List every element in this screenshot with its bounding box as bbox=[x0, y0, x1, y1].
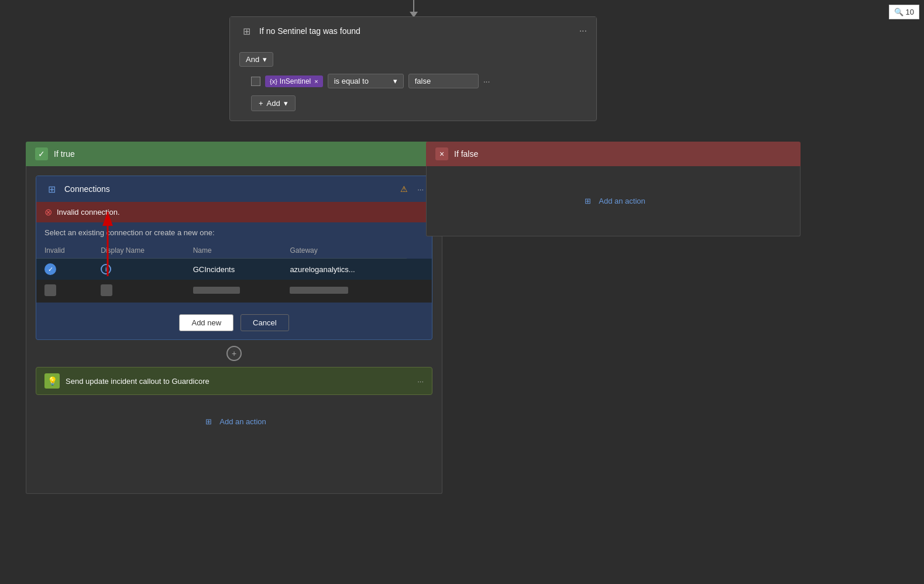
condition-checkbox[interactable] bbox=[251, 77, 260, 86]
table-row[interactable] bbox=[36, 280, 432, 303]
operator-chevron-icon: ▾ bbox=[393, 77, 397, 85]
condition-more-button[interactable]: ··· bbox=[483, 77, 490, 86]
zoom-control[interactable]: 🔍 10 bbox=[889, 5, 919, 19]
add-between-connector[interactable]: + bbox=[36, 346, 432, 361]
add-action-false-link[interactable]: ⊞ Add an action bbox=[575, 189, 651, 214]
send-update-more-button[interactable]: ··· bbox=[417, 377, 424, 386]
zoom-icon: 🔍 bbox=[894, 8, 904, 16]
add-action-false-icon: ⊞ bbox=[581, 195, 594, 208]
col-name: Name bbox=[185, 243, 282, 259]
row-invalid-cell: i bbox=[92, 259, 185, 280]
send-update-title: Send update incident callout to Guardico… bbox=[66, 377, 411, 386]
connections-warning-icon: ⚠ bbox=[400, 184, 408, 194]
operator-label: is equal to bbox=[334, 77, 369, 85]
connections-more-button[interactable]: ··· bbox=[417, 185, 424, 194]
sentinel-card-icon: ⊞ bbox=[239, 24, 253, 38]
select-connection-text: Select an existing connection or create … bbox=[36, 222, 432, 243]
col-display-name: Display Name bbox=[92, 243, 185, 259]
add-icon: + bbox=[259, 99, 263, 108]
add-action-icon: ⊞ bbox=[202, 415, 215, 428]
condition-tag-insentinel[interactable]: {x} InSentinel × bbox=[265, 75, 323, 87]
connections-title: Connections bbox=[64, 184, 394, 194]
condition-operator-dropdown[interactable]: is equal to ▾ bbox=[328, 74, 404, 88]
sentinel-condition-card: ⊞ If no Sentinel tag was found ··· And ▾… bbox=[229, 16, 597, 121]
send-update-icon: 💡 bbox=[44, 373, 60, 389]
and-dropdown[interactable]: And ▾ bbox=[239, 52, 273, 67]
add-new-button[interactable]: Add new bbox=[179, 314, 233, 331]
cancel-button[interactable]: Cancel bbox=[241, 314, 288, 331]
if-false-title: If false bbox=[454, 149, 478, 159]
row-name-cell-2 bbox=[281, 280, 407, 303]
add-condition-button[interactable]: + Add ▾ bbox=[251, 95, 296, 111]
sentinel-card-more-button[interactable]: ··· bbox=[579, 26, 587, 36]
row-invalid-cell-2 bbox=[92, 280, 185, 303]
add-chevron-icon: ▾ bbox=[284, 99, 288, 108]
info-icon: i bbox=[101, 264, 111, 274]
if-true-header: ✓ If true bbox=[26, 142, 442, 166]
error-message: Invalid connection. bbox=[57, 208, 120, 217]
if-false-icon: × bbox=[435, 147, 448, 160]
col-invalid: Invalid bbox=[36, 243, 92, 259]
add-action-false-label: Add an action bbox=[599, 197, 645, 205]
row-check-cell: ✓ bbox=[36, 259, 92, 280]
tag-close-icon[interactable]: × bbox=[314, 78, 318, 85]
connections-table: Invalid Display Name Name Gateway ✓ bbox=[36, 243, 432, 303]
connections-icon: ⊞ bbox=[44, 182, 59, 196]
row-display-name-cell-2 bbox=[185, 280, 282, 303]
if-false-body: ⊞ Add an action bbox=[426, 166, 801, 236]
if-false-header: × If false bbox=[426, 142, 801, 166]
connections-error-banner: ⊗ Invalid connection. bbox=[36, 202, 432, 222]
send-update-card: 💡 Send update incident callout to Guardi… bbox=[36, 367, 432, 395]
plus-circle-button[interactable]: + bbox=[226, 346, 242, 361]
if-true-title: If true bbox=[54, 149, 75, 159]
if-false-branch: × If false ⊞ Add an action bbox=[426, 142, 801, 236]
condition-value-input[interactable]: false bbox=[408, 74, 479, 88]
if-true-body: ⊞ Connections ⚠ ··· ⊗ Invalid connection… bbox=[26, 166, 442, 494]
row-display-name-cell: GCIncidents bbox=[185, 259, 282, 280]
add-action-true-label: Add an action bbox=[219, 417, 266, 426]
add-label: Add bbox=[267, 99, 280, 108]
and-label: And bbox=[246, 55, 259, 64]
add-action-true-link[interactable]: ⊞ Add an action bbox=[36, 409, 432, 434]
col-gateway: Gateway bbox=[281, 243, 407, 259]
tag-variable-icon: {x} bbox=[270, 78, 277, 85]
check-icon: ✓ bbox=[44, 263, 56, 275]
and-chevron-icon: ▾ bbox=[263, 55, 267, 64]
row-check-cell-2 bbox=[36, 280, 92, 303]
connections-card: ⊞ Connections ⚠ ··· ⊗ Invalid connection… bbox=[36, 176, 432, 340]
tag-label: InSentinel bbox=[280, 77, 311, 85]
error-circle-icon: ⊗ bbox=[44, 207, 52, 218]
zoom-level: 10 bbox=[906, 8, 914, 16]
sentinel-card-title: If no Sentinel tag was found bbox=[259, 26, 573, 36]
connector-arrow-top bbox=[410, 0, 418, 18]
table-row[interactable]: ✓ i GCIncidents azureloganalytics... bbox=[36, 259, 432, 280]
row-name-cell: azureloganalytics... bbox=[281, 259, 407, 280]
if-true-branch: ✓ If true ⊞ Connections ⚠ ··· ⊗ Invalid … bbox=[26, 142, 442, 494]
row-gateway-cell bbox=[407, 259, 432, 280]
if-true-icon: ✓ bbox=[35, 147, 48, 160]
row-gateway-cell-2 bbox=[407, 280, 432, 303]
